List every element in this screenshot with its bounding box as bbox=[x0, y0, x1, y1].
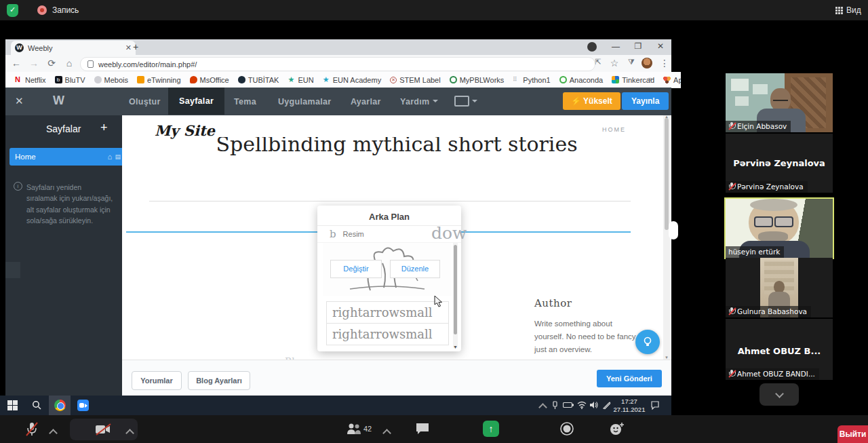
zoom-top-bar: Запись bbox=[0, 0, 868, 20]
participants-icon[interactable] bbox=[346, 422, 362, 436]
upgrade-button[interactable]: ⚡ Yükselt bbox=[563, 92, 620, 110]
video-button-group[interactable] bbox=[70, 419, 138, 440]
zoom-app-icon bbox=[77, 400, 89, 411]
record-icon[interactable] bbox=[559, 421, 574, 436]
bookmarks-overflow-chevron[interactable]: » bbox=[648, 75, 652, 83]
participant-tile-gulnura[interactable]: Gulnura Babashova bbox=[726, 258, 833, 317]
participant-tile-elcin[interactable]: Elçin Abbasov bbox=[726, 73, 833, 132]
taskbar-clock[interactable]: 17:27 27.11.2021 bbox=[613, 398, 646, 415]
chat-icon[interactable] bbox=[415, 422, 430, 436]
add-page-button[interactable]: + bbox=[100, 121, 108, 135]
nav-pages[interactable]: Sayfalar bbox=[168, 88, 224, 115]
side-pull-tab[interactable] bbox=[669, 221, 678, 239]
view-label: Вид bbox=[846, 5, 861, 15]
publish-button[interactable]: Yayınla bbox=[622, 92, 669, 110]
home-icon[interactable]: ⌂ bbox=[61, 58, 77, 69]
post-title-wrap[interactable]: Spellbinding mythical short stories bbox=[122, 137, 671, 159]
restore-button[interactable]: ❐ bbox=[628, 41, 648, 51]
bookmark-anaconda[interactable]: Anaconda bbox=[559, 76, 604, 84]
nav-help[interactable]: Yardım bbox=[400, 97, 430, 107]
bookmark-tubitak[interactable]: TUBİTAK bbox=[238, 76, 279, 84]
taskbar-chrome-button[interactable] bbox=[49, 396, 71, 415]
page-settings-icon[interactable]: ▤ bbox=[115, 153, 121, 160]
background-list-item[interactable]: rightarrowsmall bbox=[326, 301, 449, 324]
address-bar[interactable]: weebly.com/editor/main.php#/ bbox=[80, 57, 595, 71]
editor-close-icon[interactable]: ✕ bbox=[15, 95, 24, 107]
minimize-button[interactable]: — bbox=[606, 42, 626, 52]
device-preview-icon[interactable] bbox=[454, 96, 469, 107]
taskbar-zoom-button[interactable] bbox=[72, 396, 94, 417]
sidebar-collapse-handle[interactable] bbox=[5, 262, 20, 278]
notification-center-icon[interactable] bbox=[651, 401, 660, 410]
participant-tile-parvina[interactable]: Pərvinə Zeynalova Pərvinə Zeynalova bbox=[726, 134, 833, 193]
mic-options-chevron[interactable] bbox=[49, 429, 58, 438]
search-icon bbox=[32, 400, 42, 410]
bookmark-netflix[interactable]: NNetflix bbox=[15, 76, 46, 84]
mic-muted-icon[interactable] bbox=[24, 421, 39, 438]
bookmark-blutv[interactable]: bBluTV bbox=[55, 76, 85, 84]
edit-button[interactable]: Düzenle bbox=[390, 260, 440, 278]
background-list-item[interactable]: rightarrowsmall bbox=[326, 323, 449, 345]
adblock-extension-icon[interactable] bbox=[587, 42, 597, 52]
leave-meeting-button[interactable]: Выйти bbox=[837, 425, 868, 443]
menu-dots-icon[interactable]: ⋮ bbox=[656, 58, 673, 69]
battery-icon[interactable] bbox=[563, 402, 574, 408]
new-post-button[interactable]: Yeni Gönderi bbox=[597, 370, 662, 387]
start-button[interactable] bbox=[1, 396, 23, 415]
bookmark-star-icon[interactable]: ☆ bbox=[606, 58, 623, 69]
nav-create[interactable]: Oluştur bbox=[129, 97, 161, 107]
close-button[interactable]: ✕ bbox=[650, 41, 671, 51]
bookmark-app-inventor[interactable]: App Inventor bbox=[663, 76, 681, 84]
tab-close-icon[interactable]: ✕ bbox=[125, 43, 132, 52]
taskbar-search-button[interactable] bbox=[26, 396, 47, 415]
eun-favicon: ★ bbox=[288, 76, 295, 83]
author-heading[interactable]: Author bbox=[534, 297, 572, 309]
help-button[interactable] bbox=[635, 330, 660, 354]
device-caret-icon bbox=[472, 100, 477, 102]
nav-apps[interactable]: Uygulamalar bbox=[278, 97, 331, 107]
browser-tab[interactable]: W Weebly ✕ bbox=[11, 41, 136, 55]
share-screen-button[interactable]: ↑ bbox=[483, 421, 499, 437]
reload-icon[interactable]: ⟳ bbox=[43, 58, 60, 69]
participant-tile-huseyin[interactable]: hüseyin ertürk bbox=[724, 197, 834, 259]
bookmark-eun[interactable]: ★EUN bbox=[288, 76, 313, 84]
nav-theme[interactable]: Tema bbox=[234, 97, 256, 107]
wifi-icon[interactable] bbox=[577, 401, 587, 409]
bookmark-msoffice[interactable]: MsOffice bbox=[190, 76, 229, 84]
usb-icon[interactable] bbox=[551, 401, 559, 410]
extensions-puzzle-icon[interactable]: ⧩ bbox=[623, 58, 639, 66]
nav-settings[interactable]: Ayarlar bbox=[351, 97, 381, 107]
tray-expand-chevron[interactable] bbox=[538, 403, 547, 412]
participant-tile-ahmet[interactable]: Ahmet OBUZ B... Ahmet OBUZ BANDI... bbox=[726, 319, 833, 380]
view-grid-icon bbox=[835, 7, 843, 14]
participants-chevron[interactable] bbox=[382, 429, 391, 438]
pen-icon[interactable] bbox=[602, 401, 611, 410]
security-shield-icon[interactable] bbox=[7, 4, 18, 17]
change-button[interactable]: Değiştir bbox=[330, 260, 382, 278]
bookmark-stem-label[interactable]: ✕STEM Label bbox=[390, 76, 441, 84]
profile-avatar[interactable] bbox=[642, 58, 652, 69]
page-item-home[interactable]: Home ⌂ ▤ bbox=[9, 148, 126, 166]
back-icon[interactable]: ← bbox=[8, 58, 24, 69]
weebly-logo: W bbox=[53, 94, 64, 108]
forward-icon[interactable]: → bbox=[26, 58, 42, 69]
blog-settings-button[interactable]: Blog Ayarları bbox=[188, 371, 250, 390]
view-button[interactable]: Вид bbox=[835, 0, 868, 20]
site-home-link[interactable]: HOME bbox=[602, 126, 626, 133]
bookmark-etwinning[interactable]: eTwinning bbox=[137, 76, 181, 84]
bookmark-mypblworks[interactable]: MyPBLWorks bbox=[450, 76, 505, 84]
participant-name-label: Elçin Abbasov bbox=[726, 121, 791, 132]
share-page-icon[interactable]: ⇱ bbox=[590, 58, 606, 66]
speaker-icon[interactable] bbox=[589, 401, 599, 409]
dialog-scrollbar[interactable]: ▼ bbox=[453, 243, 458, 348]
bookmark-python1[interactable]: ⠿Python1 bbox=[513, 76, 550, 84]
video-options-chevron[interactable] bbox=[125, 429, 134, 438]
bookmark-mebois[interactable]: Mebois bbox=[94, 76, 128, 84]
author-paragraph[interactable]: Write something about yourself. No need … bbox=[534, 317, 643, 356]
comments-button[interactable]: Yorumlar bbox=[132, 371, 182, 390]
new-tab-button[interactable]: + bbox=[133, 41, 138, 52]
recording-icon bbox=[37, 5, 47, 15]
participants-scroll-down-button[interactable] bbox=[760, 383, 799, 406]
reactions-icon[interactable] bbox=[609, 421, 625, 436]
bookmark-eun-academy[interactable]: ★EUN Academy bbox=[323, 76, 382, 84]
